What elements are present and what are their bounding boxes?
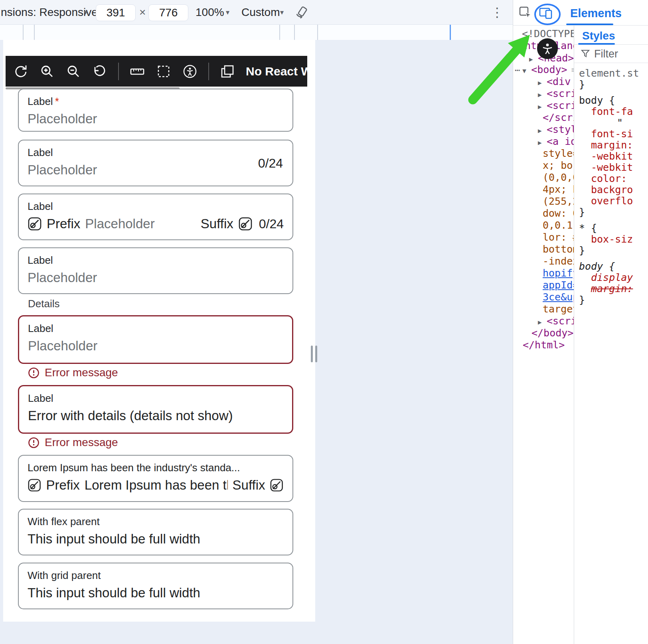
divider xyxy=(279,25,280,40)
css-rule-line[interactable]: element.st xyxy=(579,68,648,79)
react-wrapper-toggle[interactable]: No React Wrap xyxy=(246,65,307,78)
css-rule-line[interactable]: font-fa xyxy=(579,106,648,117)
css-rule-line[interactable]: -webkit xyxy=(579,162,648,173)
dom-tree-node[interactable]: dow: 0 xyxy=(513,207,574,219)
viewport-resize-handle[interactable] xyxy=(311,346,317,362)
sidebar-tabs: Styles xyxy=(574,26,648,45)
dom-tree-node[interactable]: 0,0.1) xyxy=(513,219,574,231)
accessibility-icon[interactable] xyxy=(182,63,198,79)
text-field-required[interactable]: Label* Placeholder xyxy=(18,89,293,132)
dom-tree-node[interactable]: x; bor xyxy=(513,160,574,172)
more-options-icon[interactable]: ⋮ xyxy=(491,5,504,20)
css-rule-line[interactable]: } xyxy=(579,207,648,218)
dom-tree-node[interactable]: 4px; b xyxy=(513,184,574,196)
css-rule-line[interactable]: body { xyxy=(579,261,648,272)
css-rule-line[interactable] xyxy=(579,256,648,261)
text-field-grid-parent[interactable]: With grid parent This input should be fu… xyxy=(18,563,293,609)
text-field-error[interactable]: Label Placeholder xyxy=(18,315,293,364)
tab-elements[interactable]: Elements xyxy=(570,7,622,20)
field-label: Label* xyxy=(28,95,284,108)
css-rule-line[interactable]: " xyxy=(579,117,648,128)
dom-tree-node[interactable]: </html> xyxy=(513,339,574,351)
css-rule-line[interactable]: margin: xyxy=(579,140,648,151)
dom-tree-node[interactable]: bottom xyxy=(513,243,574,255)
dimensions-select[interactable]: nsions: Responsive xyxy=(1,6,98,19)
dom-tree-node[interactable]: (0,0,0 xyxy=(513,172,574,184)
dom-tree-node[interactable]: </scri xyxy=(513,112,574,124)
css-rule-line[interactable]: overflo xyxy=(579,196,648,207)
divider xyxy=(317,25,318,40)
field-placeholder: Placeholder xyxy=(28,338,283,354)
overlay-toolbar: No React Wrap xyxy=(6,56,307,87)
text-field-details[interactable]: Label Placeholder xyxy=(18,247,293,294)
css-rule-line[interactable]: } xyxy=(579,294,648,306)
dom-tree-node[interactable]: hopify xyxy=(513,267,574,279)
dom-tree-node[interactable]: appId= xyxy=(513,279,574,291)
dimensions-times-label: × xyxy=(139,6,146,19)
filter-input[interactable]: Filter xyxy=(594,48,618,60)
field-label: Label xyxy=(28,146,284,159)
viewport-height-input[interactable] xyxy=(148,4,188,21)
viewport-width-input[interactable] xyxy=(96,4,136,21)
dom-tree-node[interactable]: ▶<scrip xyxy=(513,315,574,327)
css-rule-line[interactable]: * { xyxy=(579,223,648,234)
disclosure-arrow-icon[interactable]: ▶ xyxy=(538,125,547,136)
dom-tree-node[interactable]: 3ce&up xyxy=(513,291,574,303)
css-rule-line[interactable]: } xyxy=(579,245,648,256)
layers-icon[interactable] xyxy=(219,63,235,79)
css-rule-line[interactable]: color: xyxy=(579,173,648,184)
field-placeholder: Placeholder xyxy=(28,162,284,178)
css-rule-line[interactable]: display xyxy=(579,272,648,283)
zoom-in-icon[interactable] xyxy=(39,63,55,79)
dom-tree-node[interactable]: target xyxy=(513,303,574,315)
text-field-flex-parent[interactable]: With flex parent This input should be fu… xyxy=(18,509,293,555)
css-rule-line[interactable]: -webkit xyxy=(579,151,648,162)
error-icon xyxy=(28,367,40,379)
styles-rules: element.st}body {font-fa"font-simargin:-… xyxy=(579,68,648,306)
zoom-out-icon[interactable] xyxy=(65,63,81,79)
text-field-prefix-suffix[interactable]: Label Prefix Placeholder Suffix 0/24 xyxy=(18,194,293,240)
reset-zoom-icon[interactable] xyxy=(92,63,108,79)
divider xyxy=(23,25,24,40)
disclosure-arrow-icon[interactable]: ▶ xyxy=(538,137,547,148)
dom-tree-node[interactable]: lor: # xyxy=(513,231,574,243)
throttling-select[interactable]: Custom xyxy=(241,6,280,19)
css-rule-line[interactable] xyxy=(579,90,648,95)
image-slash-icon xyxy=(28,478,41,492)
reload-icon[interactable] xyxy=(13,63,29,79)
css-rule-line[interactable] xyxy=(579,218,648,223)
css-rule-line[interactable]: backgro xyxy=(579,184,648,196)
dom-tree-node[interactable]: ▶<style xyxy=(513,124,574,136)
field-placeholder: Placeholder xyxy=(85,216,154,231)
zoom-select[interactable]: 100% xyxy=(196,6,224,19)
text-field-long-label[interactable]: Lorem Ipsum has been the industry's stan… xyxy=(18,455,293,502)
dom-tree-node[interactable]: (255,2 xyxy=(513,196,574,207)
char-counter: 0/24 xyxy=(258,156,283,170)
text-field-counter[interactable]: Label Placeholder 0/24 xyxy=(18,140,293,186)
css-rule-line[interactable]: } xyxy=(579,79,648,90)
selection-icon[interactable] xyxy=(156,63,172,79)
rotate-device-icon[interactable] xyxy=(294,5,310,20)
dom-tree-node[interactable]: -index xyxy=(513,255,574,267)
css-rule-line[interactable]: font-si xyxy=(579,128,648,140)
annotation-arrow xyxy=(459,24,547,112)
css-rule-line[interactable]: margin: xyxy=(579,283,648,294)
tab-styles[interactable]: Styles xyxy=(582,30,615,42)
css-rule-line[interactable]: box-siz xyxy=(579,234,648,245)
field-value: Error with details (details not show) xyxy=(28,408,283,423)
field-placeholder: Placeholder xyxy=(28,111,284,126)
disclosure-arrow-icon[interactable]: ▶ xyxy=(538,316,547,327)
text-field-error-details[interactable]: Label Error with details (details not sh… xyxy=(18,385,293,434)
inspect-element-icon[interactable] xyxy=(519,6,532,20)
dom-tree-node[interactable]: </body> xyxy=(513,327,574,339)
css-rule-line[interactable]: body { xyxy=(579,95,648,106)
divider xyxy=(118,63,119,80)
dom-tree-node[interactable]: style= xyxy=(513,148,574,160)
responsive-viewport: No React Wrap Label* Placeholder Label P… xyxy=(3,40,315,622)
field-value: This input should be full width xyxy=(28,585,284,601)
annotation-circle xyxy=(533,2,562,26)
ruler-icon[interactable] xyxy=(129,63,145,79)
chevron-down-icon: ▾ xyxy=(280,8,284,17)
dom-tree-node[interactable]: ▶<a id= xyxy=(513,136,574,148)
styles-sidebar: Styles Filter element.st}body {font-fa"f… xyxy=(574,26,648,644)
